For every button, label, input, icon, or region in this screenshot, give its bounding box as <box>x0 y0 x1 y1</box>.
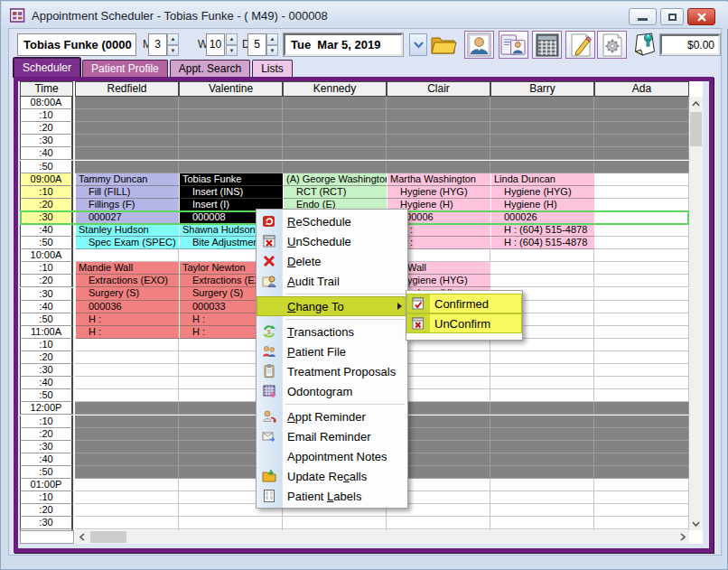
horizontal-scroll-thumb[interactable] <box>90 531 126 543</box>
grid-cell[interactable] <box>594 339 689 351</box>
grid-cell[interactable] <box>594 453 689 466</box>
grid-cell[interactable] <box>490 466 594 479</box>
column-header-redfield[interactable]: Redfield <box>75 81 179 97</box>
grid-cell[interactable] <box>75 453 179 466</box>
menu-item-change-to[interactable]: Change To <box>257 296 407 316</box>
column-header-barry[interactable]: Barry <box>490 81 594 97</box>
spinner-up-icon[interactable]: ▲ <box>226 33 238 45</box>
spinner-up-icon[interactable]: ▲ <box>266 33 278 45</box>
grid-cell[interactable] <box>490 453 594 466</box>
tab-lists[interactable]: Lists <box>252 60 293 77</box>
grid-cell[interactable] <box>75 402 179 415</box>
time-cell[interactable]: :10 <box>20 262 73 275</box>
time-cell[interactable]: 10:00A <box>20 249 73 262</box>
grid-cell[interactable] <box>387 97 490 109</box>
grid-cell[interactable] <box>594 377 689 389</box>
grid-cell[interactable] <box>490 275 594 287</box>
grid-cell[interactable] <box>594 224 689 237</box>
grid-cell[interactable] <box>490 161 594 173</box>
grid-cell[interactable] <box>387 517 490 529</box>
grid-cell[interactable] <box>490 97 594 109</box>
grid-cell[interactable] <box>594 416 689 428</box>
grid-cell[interactable] <box>490 262 594 275</box>
grid-cell[interactable] <box>387 109 490 122</box>
grid-cell[interactable] <box>490 491 594 504</box>
time-cell[interactable]: 12:00P <box>20 402 73 415</box>
grid-cell[interactable] <box>594 97 689 109</box>
scroll-down-arrow-icon[interactable] <box>689 517 703 530</box>
grid-cell[interactable] <box>594 301 689 313</box>
patient-selector-dropdown[interactable]: Tobias Funke (0000 <box>17 33 136 56</box>
grid-cell[interactable] <box>75 351 179 364</box>
grid-cell[interactable] <box>594 173 689 186</box>
grid-cell[interactable] <box>594 262 689 275</box>
column-header-clair[interactable]: Clair <box>387 81 490 97</box>
appointment-grid-button[interactable] <box>532 31 562 59</box>
vertical-scroll-thumb[interactable] <box>690 112 702 146</box>
patient-photo-button[interactable] <box>464 31 494 59</box>
grid-cell[interactable] <box>594 441 689 453</box>
time-cell[interactable]: 01:00P <box>20 479 73 491</box>
grid-cell[interactable] <box>75 97 179 109</box>
grid-cell[interactable] <box>594 109 689 122</box>
menu-item-audit-trail[interactable]: Audit Trail <box>257 271 407 291</box>
tab-patient-profile[interactable]: Patient Profile <box>82 60 168 77</box>
settings-button[interactable] <box>597 31 627 59</box>
menu-item-email-reminder[interactable]: Email Reminder <box>257 426 407 446</box>
grid-cell[interactable] <box>283 517 387 529</box>
menu-item-unschedule[interactable]: UnSchedule <box>257 231 407 251</box>
grid-cell[interactable] <box>75 517 179 529</box>
grid-cell[interactable] <box>594 364 689 377</box>
grid-cell[interactable] <box>387 161 490 173</box>
grid-cell[interactable] <box>594 161 689 173</box>
time-cell[interactable]: :20 <box>20 275 73 287</box>
time-cell[interactable]: :40 <box>20 453 73 466</box>
time-cell[interactable]: :30 <box>20 211 73 224</box>
grid-cell[interactable] <box>179 109 283 122</box>
grid-cell[interactable] <box>594 504 689 517</box>
grid-cell[interactable] <box>490 122 594 135</box>
grid-cell[interactable] <box>283 135 387 147</box>
grid-cell[interactable] <box>490 339 594 351</box>
open-folder-button[interactable] <box>428 30 459 59</box>
date-dropdown-button[interactable] <box>409 33 427 56</box>
horizontal-scrollbar[interactable] <box>75 530 689 544</box>
time-cell[interactable]: :30 <box>20 364 73 377</box>
grid-cell[interactable] <box>490 428 594 441</box>
grid-cell[interactable] <box>283 161 387 173</box>
time-cell[interactable]: :10 <box>20 186 73 199</box>
grid-cell[interactable] <box>594 466 689 479</box>
grid-cell[interactable] <box>75 416 179 428</box>
tab-scheduler[interactable]: Scheduler <box>14 58 80 77</box>
time-cell[interactable]: :10 <box>20 491 73 504</box>
tab-appt-search[interactable]: Appt. Search <box>170 60 250 77</box>
appointment-stanley-hudson[interactable]: Stanley HudsonSpec Exam (SPEC) <box>76 224 179 249</box>
grid-cell[interactable] <box>179 135 283 147</box>
grid-cell[interactable] <box>594 275 689 287</box>
grid-cell[interactable] <box>75 135 179 147</box>
grid-cell[interactable] <box>490 479 594 491</box>
grid-cell[interactable] <box>179 97 283 109</box>
grid-cell[interactable] <box>594 211 689 224</box>
spinner-value-d[interactable]: 5 <box>247 33 266 56</box>
patient-card-button[interactable] <box>499 31 528 59</box>
column-header-valentine[interactable]: Valentine <box>179 81 283 97</box>
time-cell[interactable]: :10 <box>20 416 73 428</box>
grid-cell[interactable] <box>387 122 490 135</box>
grid-cell[interactable] <box>75 428 179 441</box>
spinner-value-m[interactable]: 3 <box>148 33 167 56</box>
grid-cell[interactable] <box>490 389 594 402</box>
grid-cell[interactable] <box>75 377 179 389</box>
grid-cell[interactable] <box>490 416 594 428</box>
column-header-ada[interactable]: Ada <box>594 81 689 97</box>
grid-cell[interactable] <box>594 249 689 262</box>
edit-button[interactable] <box>565 31 595 59</box>
grid-cell[interactable] <box>490 441 594 453</box>
grid-cell[interactable] <box>75 504 179 517</box>
time-cell[interactable]: :40 <box>20 301 73 313</box>
grid-cell[interactable] <box>594 186 689 199</box>
grid-cell[interactable] <box>75 147 179 160</box>
title-bar[interactable]: Appointment Scheduler - Tobias Funke - (… <box>2 2 728 29</box>
menu-item-patient-labels[interactable]: Patient Labels <box>257 486 407 506</box>
time-cell[interactable]: 11:00A <box>20 326 73 339</box>
